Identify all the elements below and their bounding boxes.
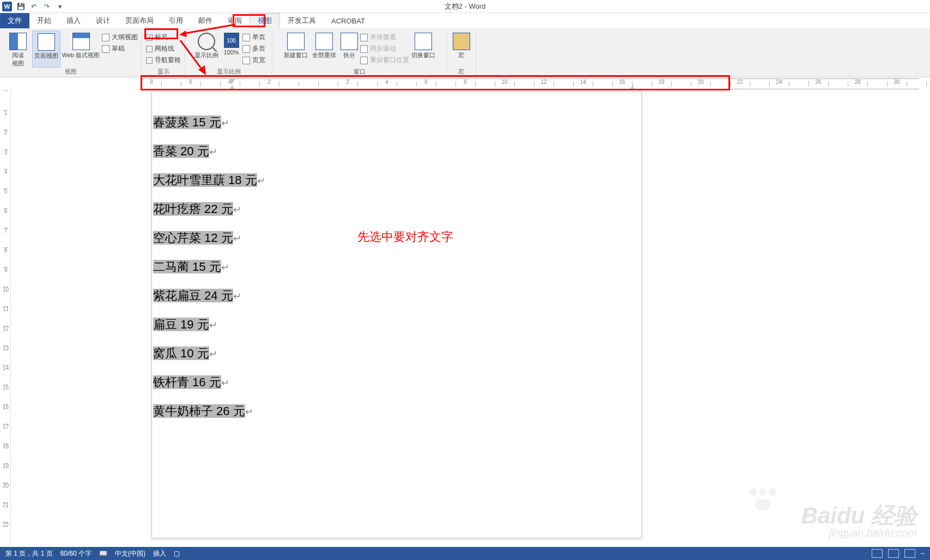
document-line[interactable]: 大花叶雪里蕻 18 元↵ (152, 166, 641, 195)
selected-text[interactable]: 大花叶雪里蕻 18 元 (153, 173, 257, 187)
ruler-tick (318, 79, 338, 89)
sync-scroll-button: 同步滚动 (360, 44, 396, 53)
save-icon[interactable]: 💾 (16, 2, 25, 11)
document-line[interactable]: 紫花扁豆 24 元↵ (152, 282, 641, 311)
split-button[interactable]: 拆分 (338, 31, 360, 68)
undo-icon[interactable]: ↶ (29, 2, 38, 11)
tab-file[interactable]: 文件 (0, 13, 29, 28)
document-line[interactable]: 扁豆 19 元↵ (152, 311, 641, 339)
ruler-tick: 8 (455, 79, 475, 89)
one-page-button[interactable]: 单页 (242, 33, 265, 42)
macros-button[interactable]: 宏 (447, 31, 476, 68)
paragraph-mark-icon: ↵ (245, 406, 253, 417)
tab-design[interactable]: 设计 (88, 13, 118, 28)
zoom-out-button[interactable]: − (921, 550, 925, 557)
redo-icon[interactable]: ↷ (42, 2, 51, 11)
language-status[interactable]: 中文(中国) (115, 549, 145, 558)
switch-windows-icon (415, 33, 432, 50)
ruler-tick: 32 (926, 79, 930, 89)
paragraph-mark-icon: ↵ (233, 233, 241, 244)
vertical-ruler[interactable]: 12345678910111213141516171819202122 (1, 90, 11, 547)
selected-text[interactable]: 空心芹菜 12 元 (153, 231, 233, 245)
word-count-status[interactable]: 60/60 个字 (60, 549, 92, 558)
document-line[interactable]: 花叶疙瘩 22 元↵ (152, 195, 641, 224)
multi-page-button[interactable]: 多页 (242, 44, 265, 53)
print-layout-button[interactable]: 页面视图 (32, 31, 60, 68)
print-layout-view-icon[interactable] (888, 549, 899, 558)
title-bar: W 💾 ↶ ↷ ▾ 文档2 - Word (0, 0, 930, 13)
tab-home[interactable]: 开始 (29, 13, 59, 28)
tab-acrobat[interactable]: ACROBAT (324, 13, 373, 28)
watermark-paw-icon (748, 488, 777, 511)
insert-mode-status[interactable]: 插入 (153, 549, 166, 558)
ruler-tick: 14 (573, 79, 593, 89)
tab-insert[interactable]: 插入 (59, 13, 88, 28)
web-layout-button[interactable]: Web 版式视图 (60, 31, 102, 68)
ruler-tick: 11 (1, 306, 10, 326)
one-page-icon (242, 34, 250, 41)
ruler-tick (867, 79, 887, 89)
selected-text[interactable]: 黄牛奶柿子 26 元 (153, 404, 245, 418)
outline-view-button[interactable]: 大纲视图 (102, 33, 138, 42)
document-line[interactable]: 窝瓜 10 元↵ (152, 339, 641, 368)
tab-view[interactable]: 视图 (250, 13, 280, 28)
ruler-tick: 22 (1, 522, 10, 541)
selected-text[interactable]: 春菠菜 15 元 (153, 115, 221, 129)
document-line[interactable]: 黄牛奶柿子 26 元↵ (152, 397, 641, 426)
document-area[interactable]: 春菠菜 15 元↵香菜 20 元↵大花叶雪里蕻 18 元↵花叶疙瘩 22 元↵空… (11, 92, 930, 547)
ruler-tick (907, 79, 926, 89)
selected-text[interactable]: 窝瓜 10 元 (153, 346, 209, 360)
ruler-tick: 2 (338, 79, 357, 89)
selected-text[interactable]: 扁豆 19 元 (153, 318, 209, 331)
watermark: Baidu 经验 jingyan.baidu.com (801, 504, 917, 538)
document-line[interactable]: 二马蔺 15 元↵ (152, 253, 641, 282)
gridlines-checkbox[interactable]: 网格线 (146, 44, 174, 53)
ribbon-group-macros: 宏 宏 (447, 31, 476, 77)
views-group-label: 视图 (0, 68, 141, 76)
arrange-all-button[interactable]: 全部重排 (310, 31, 338, 68)
draft-view-button[interactable]: 草稿 (102, 44, 125, 53)
spell-check-icon[interactable]: 📖 (99, 550, 107, 557)
ruler-tick: 7 (1, 228, 10, 247)
ruler-checkbox[interactable]: ✓标尺 (146, 33, 168, 42)
ruler-tick: 9 (1, 267, 10, 287)
document-line[interactable]: 香菜 20 元↵ (152, 137, 641, 166)
read-mode-view-icon[interactable] (872, 549, 883, 558)
tab-page-layout[interactable]: 页面布局 (118, 13, 161, 28)
ruler-tick: 4 (220, 79, 240, 89)
selected-text[interactable]: 花叶疙瘩 22 元 (153, 202, 233, 216)
read-mode-button[interactable]: 阅读 视图 (4, 31, 32, 68)
ruler-tick: 4 (1, 169, 10, 188)
zoom-button[interactable]: 显示比例 (192, 31, 221, 68)
ruler-tick: 3 (1, 149, 10, 169)
ruler-tick: 8 (142, 79, 161, 89)
side-by-side-icon (360, 34, 368, 41)
new-window-button[interactable]: 新建窗口 (282, 31, 310, 68)
ruler-tick: 22 (730, 79, 750, 89)
qat-customize-icon[interactable]: ▾ (56, 2, 64, 11)
web-layout-view-icon[interactable] (904, 549, 915, 558)
document-line[interactable]: 铁杆青 16 元↵ (152, 368, 641, 397)
window-group-label: 窗口 (272, 68, 446, 76)
macro-record-icon[interactable]: ▢ (174, 550, 180, 557)
selected-text[interactable]: 铁杆青 16 元 (153, 375, 221, 389)
document-line[interactable]: 春菠菜 15 元↵ (152, 108, 641, 137)
navigation-pane-checkbox[interactable]: 导航窗格 (146, 56, 181, 65)
ruler-tick (240, 79, 259, 89)
new-window-icon (287, 33, 305, 50)
tab-mailings[interactable]: 邮件 (191, 13, 220, 28)
page[interactable]: 春菠菜 15 元↵香菜 20 元↵大花叶雪里蕻 18 元↵花叶疙瘩 22 元↵空… (151, 92, 642, 538)
selected-text[interactable]: 二马蔺 15 元 (153, 260, 221, 273)
page-number-status[interactable]: 第 1 页，共 1 页 (5, 549, 53, 558)
zoom-100-button[interactable]: 100 100% (221, 31, 242, 68)
page-width-button[interactable]: 页宽 (242, 56, 265, 65)
tab-review[interactable]: 审阅 (220, 13, 250, 28)
selected-text[interactable]: 紫花扁豆 24 元 (153, 289, 233, 302)
tab-references[interactable]: 引用 (161, 13, 191, 28)
ruler-tick: 21 (1, 502, 10, 522)
horizontal-ruler[interactable]: 8642246810121416182022242628303234363840… (0, 78, 930, 89)
tab-developer[interactable]: 开发工具 (280, 13, 324, 28)
selected-text[interactable]: 香菜 20 元 (153, 144, 209, 158)
switch-windows-button[interactable]: 切换窗口 (409, 31, 437, 68)
ruler-tick: 30 (887, 79, 907, 89)
